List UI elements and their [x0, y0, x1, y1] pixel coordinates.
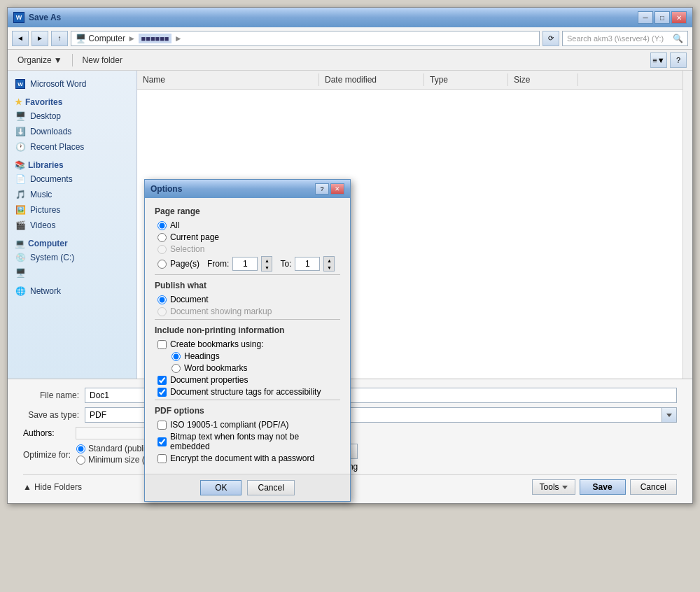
radio-word-bookmarks[interactable]: Word bookmarks [172, 363, 340, 373]
sidebar-item-documents[interactable]: 📄 Documents [8, 171, 136, 187]
organize-button[interactable]: Organize ▼ [13, 54, 66, 66]
sidebar-item-downloads[interactable]: ⬇️ Downloads [8, 124, 136, 139]
radio-standard-input[interactable] [76, 444, 85, 453]
toolbar-separator [72, 54, 73, 66]
radio-pages-input[interactable] [158, 260, 167, 269]
column-date[interactable]: Date modified [319, 73, 424, 86]
page-range-spinner-from: ▲ ▼ [261, 256, 272, 272]
dialog-help-button[interactable]: ? [315, 183, 329, 195]
sidebar-item-recent-places[interactable]: 🕐 Recent Places [8, 139, 136, 155]
sidebar-item-desktop[interactable]: 🖥️ Desktop [8, 108, 136, 124]
from-input[interactable] [232, 257, 258, 271]
checkbox-doc-properties[interactable]: Document properties [158, 375, 340, 385]
sidebar-item-pictures[interactable]: 🖼️ Pictures [8, 202, 136, 218]
minimize-button[interactable]: ─ [638, 11, 653, 24]
radio-document[interactable]: Document [158, 295, 340, 304]
radio-current-label: Current page [170, 232, 219, 242]
column-name[interactable]: Name [137, 73, 319, 86]
radio-doc-markup[interactable]: Document showing markup [158, 306, 340, 316]
dialog-content: Page range All Current page Selection Pa… [145, 198, 350, 474]
doc-structure-input[interactable] [158, 388, 167, 397]
close-button[interactable]: ✕ [671, 11, 687, 24]
cancel-button[interactable]: Cancel [630, 479, 677, 495]
headings-input[interactable] [172, 352, 181, 361]
sidebar-item-network-drive[interactable]: 🖥️ [8, 265, 136, 281]
sidebar-music-label: Music [30, 190, 52, 199]
radio-pages-label: Page(s) [170, 259, 200, 269]
authors-input[interactable] [76, 427, 146, 439]
title-bar: W Save As ─ □ ✕ [8, 8, 692, 27]
radio-current-page[interactable]: Current page [158, 232, 340, 242]
microsoft-word-section: W Microsoft Word [8, 76, 136, 92]
address-path[interactable]: 🖥️ Computer ► ■■■■■■ ► [71, 31, 540, 46]
views-button[interactable]: ≡▼ [650, 52, 667, 68]
to-input[interactable] [295, 257, 320, 271]
radio-minimum-input[interactable] [76, 456, 85, 465]
to-up-btn[interactable]: ▲ [324, 257, 334, 264]
sidebar-item-microsoft-word[interactable]: W Microsoft Word [8, 76, 136, 92]
search-icon: 🔍 [673, 34, 683, 43]
recent-icon: 🕐 [15, 141, 26, 153]
sidebar-item-network[interactable]: 🌐 Network [8, 283, 136, 299]
iso-input[interactable] [158, 421, 167, 430]
radio-all[interactable]: All [158, 220, 340, 230]
dialog-title: Options [150, 184, 182, 194]
help-button[interactable]: ? [670, 52, 687, 68]
toolbar-right: ≡▼ ? [650, 52, 687, 68]
search-box[interactable]: Search akm3 (\\server4) (Y:) 🔍 [562, 31, 688, 46]
tools-arrow-icon [562, 486, 568, 489]
checkbox-bitmap[interactable]: Bitmap text when fonts may not be embedd… [158, 432, 340, 451]
sidebar-downloads-label: Downloads [30, 127, 71, 136]
computer-label: Computer [28, 239, 68, 248]
checkbox-iso[interactable]: ISO 19005-1 compliant (PDF/A) [158, 420, 340, 430]
checkbox-encrypt[interactable]: Encrypt the document with a password [158, 453, 340, 463]
radio-markup-input [158, 307, 167, 316]
radio-all-input[interactable] [158, 221, 167, 230]
bitmap-input[interactable] [158, 437, 167, 446]
radio-pages[interactable]: Page(s) From: ▲ ▼ To: ▲ ▼ [158, 256, 340, 272]
bookmarks-input[interactable] [158, 340, 167, 349]
dialog-close-button[interactable]: ✕ [330, 183, 344, 195]
back-button[interactable]: ◄ [12, 31, 29, 46]
videos-icon: 🎬 [15, 220, 26, 231]
dialog-ok-button[interactable]: OK [200, 480, 241, 495]
authors-label: Authors: [23, 428, 55, 438]
scrollbar[interactable] [682, 71, 692, 379]
encrypt-input[interactable] [158, 454, 167, 463]
refresh-button[interactable]: ⟳ [542, 31, 559, 46]
from-up-btn[interactable]: ▲ [262, 257, 272, 264]
word-bookmarks-input[interactable] [172, 364, 181, 373]
radio-current-input[interactable] [158, 233, 167, 242]
sidebar-desktop-label: Desktop [30, 111, 61, 121]
tools-button[interactable]: Tools [532, 479, 575, 495]
to-down-btn[interactable]: ▼ [324, 264, 334, 271]
radio-headings[interactable]: Headings [172, 351, 340, 361]
drive-icon: 💿 [15, 252, 26, 263]
maximize-button[interactable]: □ [654, 11, 670, 24]
bookmarks-label: Create bookmarks using: [170, 339, 263, 349]
sidebar-item-system-c[interactable]: 💿 System (C:) [8, 250, 136, 265]
column-size[interactable]: Size [508, 73, 578, 86]
new-folder-button[interactable]: New folder [78, 54, 127, 66]
dialog-cancel-button[interactable]: Cancel [247, 480, 294, 495]
libraries-header: 📚 Libraries [8, 157, 136, 171]
doc-properties-input[interactable] [158, 376, 167, 385]
checkbox-bookmarks[interactable]: Create bookmarks using: [158, 339, 340, 349]
doc-structure-label: Document structure tags for accessibilit… [170, 387, 321, 397]
from-down-btn[interactable]: ▼ [262, 264, 272, 271]
radio-document-input[interactable] [158, 295, 167, 304]
favorites-header: ★ Favorites [8, 94, 136, 108]
computer-header: 💻 Computer [8, 236, 136, 250]
radio-selection[interactable]: Selection [158, 244, 340, 254]
radio-document-label: Document [170, 295, 209, 304]
forward-button[interactable]: ► [31, 31, 48, 46]
radio-selection-label: Selection [170, 244, 204, 254]
up-button[interactable]: ↑ [51, 31, 68, 46]
sidebar-item-music[interactable]: 🎵 Music [8, 187, 136, 202]
organize-label: Organize [18, 55, 52, 65]
column-type[interactable]: Type [424, 73, 508, 86]
sidebar-item-videos[interactable]: 🎬 Videos [8, 218, 136, 233]
save-button[interactable]: Save [580, 479, 626, 495]
hide-folders-button[interactable]: ▲ Hide Folders [23, 482, 82, 492]
checkbox-doc-structure[interactable]: Document structure tags for accessibilit… [158, 387, 340, 397]
